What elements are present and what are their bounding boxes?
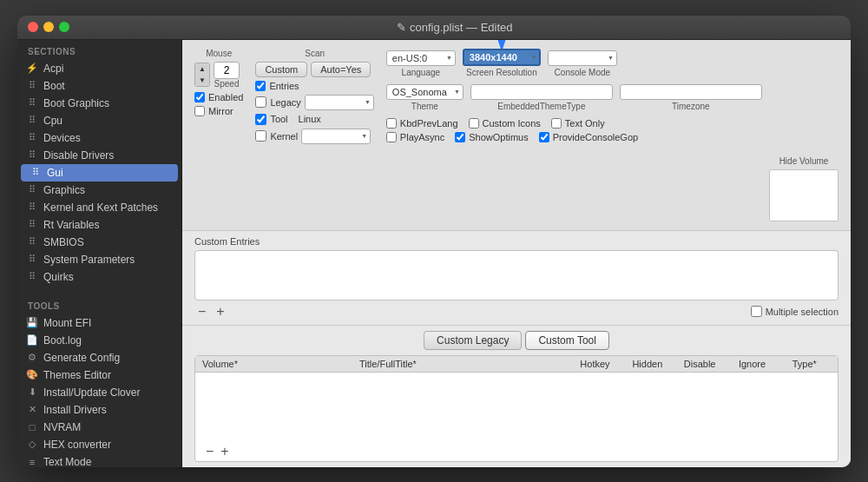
sidebar-item-mount-efi[interactable]: 💾 Mount EFI xyxy=(17,314,181,332)
sidebar-item-rt-variables[interactable]: ⠿ Rt Variables xyxy=(17,216,181,234)
system-parameters-icon: ⠿ xyxy=(26,254,38,265)
remove-table-row-button[interactable]: − xyxy=(202,444,217,459)
playasync-checkbox[interactable] xyxy=(386,132,397,142)
sidebar-item-label: Disable Drivers xyxy=(43,149,114,162)
stepper-down[interactable]: ▼ xyxy=(195,75,209,86)
language-select-wrapper: en-US:0 xyxy=(386,50,456,66)
entries-label: Entries xyxy=(269,81,299,91)
custom-legacy-tab[interactable]: Custom Legacy xyxy=(424,331,522,350)
sidebar-item-graphics[interactable]: ⠿ Graphics xyxy=(17,182,181,199)
console-mode-label: Console Mode xyxy=(555,68,610,77)
stepper-up[interactable]: ▲ xyxy=(195,63,209,75)
add-entry-button[interactable]: + xyxy=(213,304,227,320)
show-optimus-label: ShowOptimus xyxy=(469,132,528,142)
resolution-select[interactable]: 3840x1440 xyxy=(463,49,541,66)
theme-select[interactable]: OS_Sonoma xyxy=(386,84,464,100)
minimize-button[interactable] xyxy=(43,22,54,32)
custom-icons-checkbox[interactable] xyxy=(469,118,479,129)
sidebar-item-label: NVRAM xyxy=(43,421,81,433)
timezone-label: Timezone xyxy=(672,102,710,111)
entries-checkbox[interactable] xyxy=(255,81,266,91)
bottom-section: Custom Legacy Custom Tool Volume* Title/… xyxy=(182,325,851,467)
language-select[interactable]: en-US:0 xyxy=(386,50,456,66)
gui-icon: ⠿ xyxy=(30,167,42,178)
custom-icons-label: Custom Icons xyxy=(483,118,541,129)
sidebar-item-label: Cpu xyxy=(43,115,62,127)
hide-volume-box xyxy=(769,169,838,221)
mouse-label: Mouse xyxy=(194,49,243,58)
speed-label: Speed xyxy=(214,79,240,89)
console-mode-select[interactable] xyxy=(548,50,617,66)
screen-resolution-label: Screen Resolution xyxy=(466,68,537,77)
close-button[interactable] xyxy=(28,22,38,32)
mirror-checkbox[interactable] xyxy=(194,106,205,116)
kernel-select[interactable] xyxy=(301,129,371,144)
legacy-checkbox[interactable] xyxy=(255,96,266,108)
entries-area xyxy=(194,250,838,300)
maximize-button[interactable] xyxy=(59,22,69,32)
auto-yes-button[interactable]: Auto=Yes xyxy=(311,62,371,77)
sidebar-item-themes-editor[interactable]: 🎨 Themes Editor xyxy=(17,366,181,384)
text-only-checkbox[interactable] xyxy=(551,118,562,129)
generate-config-icon: ⚙ xyxy=(26,352,38,363)
sidebar-item-smbios[interactable]: ⠿ SMBIOS xyxy=(17,234,181,251)
main-panel: Mouse ▲ ▼ 2 Speed xyxy=(182,40,851,467)
kernel-kext-patches-icon: ⠿ xyxy=(26,201,38,213)
text-mode-icon: ≡ xyxy=(26,457,38,467)
text-only-label: Text Only xyxy=(565,118,605,129)
linux-label: Linux xyxy=(299,114,321,124)
provide-console-gop-checkbox[interactable] xyxy=(539,132,549,142)
show-optimus-checkbox[interactable] xyxy=(455,132,465,142)
sidebar-item-quirks[interactable]: ⠿ Quirks xyxy=(17,268,181,286)
sidebar-item-install-drivers[interactable]: ✕ Install Drivers xyxy=(17,401,181,419)
main-window: ✎ config.plist — Edited SECTIONS ⚡ Acpi … xyxy=(17,16,851,467)
playasync-row: PlayAsync xyxy=(386,132,444,142)
remove-entry-button[interactable]: − xyxy=(194,304,209,320)
sidebar-item-generate-config[interactable]: ⚙ Generate Config xyxy=(17,349,181,366)
sidebar-item-acpi[interactable]: ⚡ Acpi xyxy=(17,60,181,77)
acpi-icon: ⚡ xyxy=(26,63,38,74)
table-container: Volume* Title/FullTitle* Hotkey Hidden D… xyxy=(194,355,838,462)
entries-footer: − + Multiple selection xyxy=(194,300,838,320)
sidebar-item-system-parameters[interactable]: ⠿ System Parameters xyxy=(17,251,181,268)
multiple-selection-checkbox[interactable] xyxy=(751,306,762,317)
speed-stepper[interactable]: ▲ ▼ xyxy=(194,63,210,87)
sidebar-item-label: Install/Update Clover xyxy=(43,386,140,399)
sidebar-item-cpu[interactable]: ⠿ Cpu xyxy=(17,112,181,129)
enabled-checkbox[interactable] xyxy=(194,92,205,102)
kbdprevlang-row: KbdPrevLang xyxy=(386,118,458,129)
kbdprevlang-checkbox[interactable] xyxy=(386,118,397,129)
sidebar-item-label: SMBIOS xyxy=(43,236,84,248)
sidebar-item-boot-graphics[interactable]: ⠿ Boot Graphics xyxy=(17,95,181,112)
sidebar-item-boot[interactable]: ⠿ Boot xyxy=(17,77,181,95)
col-disable: Disable xyxy=(674,359,726,369)
embedded-theme-input[interactable] xyxy=(470,84,613,100)
boot-log-icon: 📄 xyxy=(26,334,38,346)
custom-scan-button[interactable]: Custom xyxy=(255,62,307,77)
legacy-select-wrapper xyxy=(305,95,374,110)
legacy-select[interactable] xyxy=(305,95,374,110)
mirror-checkbox-row: Mirror xyxy=(194,106,243,116)
sidebar-item-nvram[interactable]: □ NVRAM xyxy=(17,419,181,436)
sidebar-item-hex-converter[interactable]: ◇ HEX converter xyxy=(17,436,181,453)
traffic-lights xyxy=(28,22,69,32)
sidebar-item-label: Themes Editor xyxy=(43,369,111,381)
sidebar-item-label: Rt Variables xyxy=(43,219,99,231)
kernel-checkbox[interactable] xyxy=(255,130,266,142)
sidebar-item-boot-log[interactable]: 📄 Boot.log xyxy=(17,332,181,349)
embedded-theme-group: EmbeddedThemeType xyxy=(470,84,613,111)
custom-tool-tab[interactable]: Custom Tool xyxy=(525,331,608,350)
smbios-icon: ⠿ xyxy=(26,236,38,248)
sidebar-item-disable-drivers[interactable]: ⠿ Disable Drivers xyxy=(17,147,181,164)
sidebar-item-devices[interactable]: ⠿ Devices xyxy=(17,129,181,147)
add-table-row-button[interactable]: + xyxy=(217,444,232,459)
console-mode-group: Console Mode xyxy=(548,50,617,77)
sidebar-item-gui[interactable]: ⠿ Gui xyxy=(21,164,178,182)
sidebar-item-label: Boot.log xyxy=(43,334,82,347)
window-title: ✎ config.plist — Edited xyxy=(69,21,840,34)
sidebar-item-install-update-clover[interactable]: ⬇ Install/Update Clover xyxy=(17,384,181,401)
timezone-input[interactable] xyxy=(620,84,762,100)
sidebar-item-text-mode[interactable]: ≡ Text Mode xyxy=(17,453,181,467)
sidebar-item-kernel-kext-patches[interactable]: ⠿ Kernel and Kext Patches xyxy=(17,199,181,216)
tool-checkbox[interactable] xyxy=(255,114,266,125)
